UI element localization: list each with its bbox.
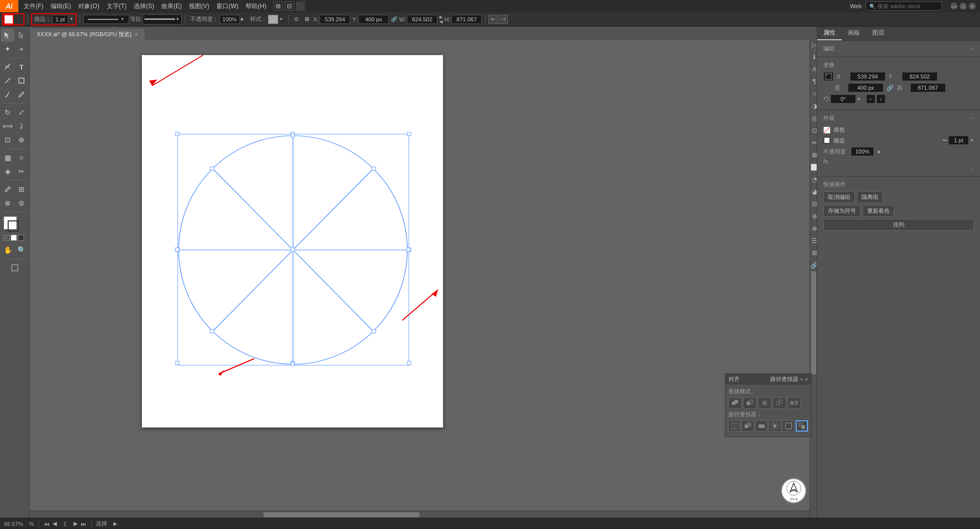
outline-button[interactable] xyxy=(782,420,794,432)
minimize-button[interactable]: — xyxy=(950,3,958,10)
pathfinder-header[interactable]: 对齐 路径查找器 » ≡ xyxy=(725,374,811,385)
menu-object[interactable]: 对象(O) xyxy=(75,1,102,12)
page-number-input[interactable] xyxy=(59,521,71,527)
live-paint-button[interactable]: ⊜ xyxy=(15,196,28,210)
tab-artboard[interactable]: 画板 xyxy=(842,27,866,40)
intersect-button[interactable] xyxy=(758,397,771,409)
isolate-group-button[interactable]: 隔离组 xyxy=(857,191,883,203)
menu-edit[interactable]: 编辑(E) xyxy=(47,1,74,12)
menu-window[interactable]: 窗口(W) xyxy=(213,1,241,12)
arrange-button[interactable]: 排列 xyxy=(823,219,974,231)
stroke-profile-dropdown[interactable]: ▼ xyxy=(83,15,129,24)
style-dropdown[interactable] xyxy=(268,15,278,24)
opacity-input[interactable] xyxy=(219,15,240,24)
menu-text[interactable]: 文字(T) xyxy=(104,1,130,12)
text-tool-button[interactable]: T xyxy=(15,60,28,73)
minus-front-button[interactable] xyxy=(743,397,756,409)
free-transform-button[interactable]: ⊡ xyxy=(1,133,14,146)
document-tab[interactable]: XXXX.ai* @ 66.67% (RGB/GPU 预览) × xyxy=(31,29,144,40)
merge-button[interactable] xyxy=(755,420,767,432)
horizontal-scrollbar[interactable] xyxy=(30,511,810,518)
trim-button[interactable] xyxy=(742,420,753,432)
lasso-tool-button[interactable]: ⌖ xyxy=(15,42,28,56)
y-input[interactable] xyxy=(358,15,389,24)
w-prop-input[interactable] xyxy=(848,83,884,92)
tab-layers[interactable]: 图层 xyxy=(866,27,891,40)
link-aspect-icon[interactable]: 🔗 xyxy=(391,16,397,22)
expand-button[interactable]: 展开 xyxy=(788,397,801,409)
flip-h-button[interactable]: ↔ xyxy=(866,94,875,104)
stroke-color-swatch[interactable] xyxy=(15,16,22,23)
eraser-button[interactable]: ◈ xyxy=(1,165,14,178)
w-input[interactable] xyxy=(407,15,437,24)
maximize-button[interactable]: □ xyxy=(960,3,967,10)
arrange-docs-icon[interactable]: ⊞ xyxy=(274,2,283,11)
y-prop-input[interactable] xyxy=(902,72,938,81)
black-color-button[interactable] xyxy=(18,235,24,241)
rotation-input[interactable] xyxy=(830,94,856,104)
x-input[interactable] xyxy=(320,15,350,24)
opacity-prop-input[interactable] xyxy=(851,147,874,156)
layout-icon[interactable]: ⊟ xyxy=(285,2,294,11)
line-tool-button[interactable] xyxy=(1,74,14,87)
stroke-width-arrow[interactable]: ▼ xyxy=(69,17,74,21)
width-tool-button[interactable]: ⟺ xyxy=(1,119,14,133)
opacity-arrow[interactable]: ▶ xyxy=(878,149,881,154)
save-symbol-button[interactable]: 存储为符号 xyxy=(823,205,861,217)
stroke-fill-selector[interactable] xyxy=(2,13,24,26)
tab-close-button[interactable]: × xyxy=(135,32,138,37)
stroke-prop-label[interactable]: 描边 xyxy=(834,137,845,144)
rotate-tool-button[interactable]: ↻ xyxy=(1,106,14,119)
close-button[interactable]: × xyxy=(969,3,976,10)
search-stock-input[interactable] xyxy=(877,3,939,9)
edit-expand[interactable]: ··· xyxy=(970,46,974,52)
paintbrush-button[interactable] xyxy=(1,88,14,101)
nav-last-button[interactable]: ⏭ xyxy=(80,521,87,527)
blend-button[interactable]: ⊗ xyxy=(1,196,14,210)
pen-tool-button[interactable] xyxy=(1,60,14,73)
align-center-icon[interactable]: ⊣ xyxy=(499,15,508,24)
h-prop-input[interactable] xyxy=(910,83,946,92)
screen-mode-button[interactable] xyxy=(8,261,21,274)
h-input[interactable] xyxy=(451,15,482,24)
rotation-dropdown[interactable]: ▼ xyxy=(857,97,861,102)
horizontal-scroll-thumb[interactable] xyxy=(263,512,420,517)
canvas-area[interactable] xyxy=(30,40,808,518)
status-dropdown-arrow[interactable]: ▶ xyxy=(113,521,117,526)
zoom-input[interactable] xyxy=(4,521,27,527)
lock-aspect-icon[interactable]: 🔗 xyxy=(887,85,894,91)
magic-wand-button[interactable]: ✦ xyxy=(1,42,14,56)
nav-prev-button[interactable]: ◀ xyxy=(52,520,58,527)
fill-label[interactable]: 填色 xyxy=(834,126,845,134)
pathfinder-menu-icon[interactable]: ≡ xyxy=(805,376,808,382)
appearance-expand[interactable]: ··· xyxy=(970,115,974,121)
menu-view[interactable]: 视图(V) xyxy=(186,1,212,12)
menu-effect[interactable]: 效果(E) xyxy=(158,1,185,12)
stroke-indicator[interactable] xyxy=(8,220,19,232)
scale-tool-button[interactable]: ⤢ xyxy=(15,106,28,119)
align-left-icon[interactable]: ⊢ xyxy=(488,15,498,24)
warp-tool-button[interactable]: ⤸ xyxy=(15,119,28,133)
style-arrow[interactable]: ▼ xyxy=(279,17,283,21)
menu-select[interactable]: 选择(S) xyxy=(131,1,157,12)
white-color-button[interactable] xyxy=(11,235,17,241)
transform-grid-icon[interactable]: ⊞ xyxy=(303,15,311,23)
x-prop-input[interactable] xyxy=(850,72,886,81)
fill-type-dropdown[interactable]: ▼ xyxy=(142,14,182,24)
tab-properties[interactable]: 属性 xyxy=(817,27,842,40)
measure-button[interactable]: ⊞ xyxy=(15,183,28,196)
recolor-button[interactable]: 重新着色 xyxy=(863,205,894,217)
nav-next-button[interactable]: ▶ xyxy=(72,520,79,527)
eyedropper-button[interactable] xyxy=(1,183,14,196)
none-color-button[interactable]: ⊘ xyxy=(4,235,10,241)
fill-color-swatch[interactable] xyxy=(4,15,13,24)
minus-back-button[interactable] xyxy=(796,420,808,432)
slice-button[interactable]: ⌗ xyxy=(15,151,28,164)
hand-tool-button[interactable]: ✋ xyxy=(1,243,14,257)
exclude-button[interactable] xyxy=(773,397,786,409)
menu-help[interactable]: 帮助(H) xyxy=(242,1,270,12)
zoom-tool-button[interactable]: 🔍 xyxy=(15,243,28,257)
cancel-group-button[interactable]: 取消编组 xyxy=(823,191,855,203)
rectangle-tool-button[interactable] xyxy=(15,74,28,87)
pencil-button[interactable] xyxy=(15,88,28,101)
